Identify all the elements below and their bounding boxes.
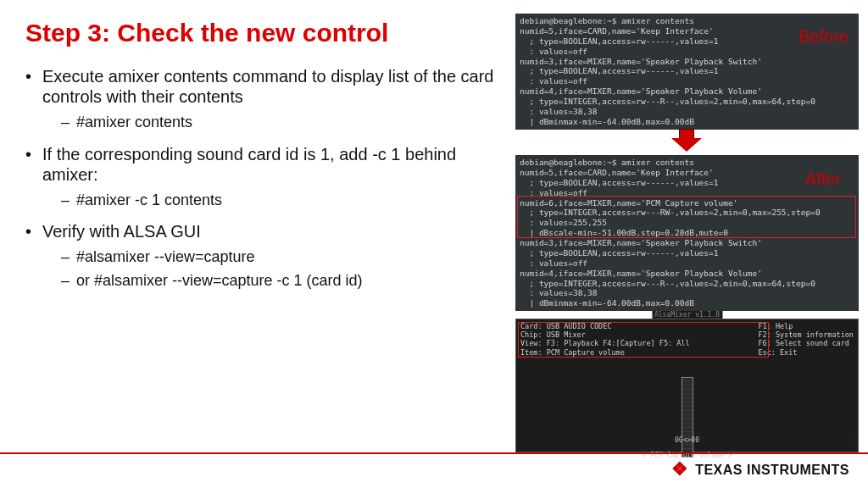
page-number: 6 (849, 435, 854, 446)
label-before: Before (798, 27, 849, 47)
bullet-2a: #amixer -c 1 contents (42, 191, 500, 210)
label-after: After (805, 169, 841, 189)
bullet-3a: #alsamixer --view=capture (42, 248, 500, 267)
bullet-2-text: If the corresponding sound card id is 1,… (42, 145, 456, 184)
bullet-3: Verify with ALSA GUI #alsamixer --view=c… (25, 221, 500, 290)
am-chip: Chip: USB Mixer (520, 330, 690, 339)
am-item: Item: PCM Capture volume (520, 348, 690, 357)
bullet-1a: #amixer contents (42, 114, 500, 132)
ti-logo: ❖ TEXAS INSTRUMENTS (671, 459, 849, 481)
am-f1: F1: Help (758, 322, 854, 330)
alsamixer-panel: AlsaMixer v1.1.8 Card: USB AUDIO CODEC C… (515, 319, 859, 452)
alsamixer-header: Card: USB AUDIO CODEC Chip: USB Mixer Vi… (516, 319, 858, 359)
db-value: 00<>00 (675, 436, 699, 444)
bullet-3-text: Verify with ALSA GUI (42, 222, 201, 241)
bullet-1: Execute amixer contents command to displ… (25, 66, 500, 132)
ti-company-name: TEXAS INSTRUMENTS (695, 463, 849, 478)
am-f6: F6: Select sound card (758, 339, 854, 347)
bullet-1-text: Execute amixer contents command to displ… (42, 67, 493, 106)
am-card: Card: USB AUDIO CODEC (520, 322, 690, 330)
am-view: View: F3: Playback F4:[Capture] F5: All (520, 339, 690, 347)
am-f2: F2: System information (758, 330, 854, 339)
bullet-3b: or #alsamixer --view=capture -c 1 (card … (42, 272, 500, 291)
bullet-2: If the corresponding sound card id is 1,… (25, 144, 500, 210)
arrow-head-icon (671, 138, 702, 152)
alsamixer-title: AlsaMixer v1.1.8 (652, 311, 722, 319)
am-esc: Esc: Exit (758, 348, 854, 357)
ti-chip-icon: ❖ (671, 458, 688, 480)
volume-bar (682, 377, 693, 458)
alsamixer-body: 00<>00 < PCM Capture volume > (516, 359, 858, 461)
content-area: Execute amixer contents command to displ… (25, 66, 500, 302)
footer-divider (0, 452, 868, 454)
slide: Step 3: Check the new control Execute am… (0, 0, 868, 488)
